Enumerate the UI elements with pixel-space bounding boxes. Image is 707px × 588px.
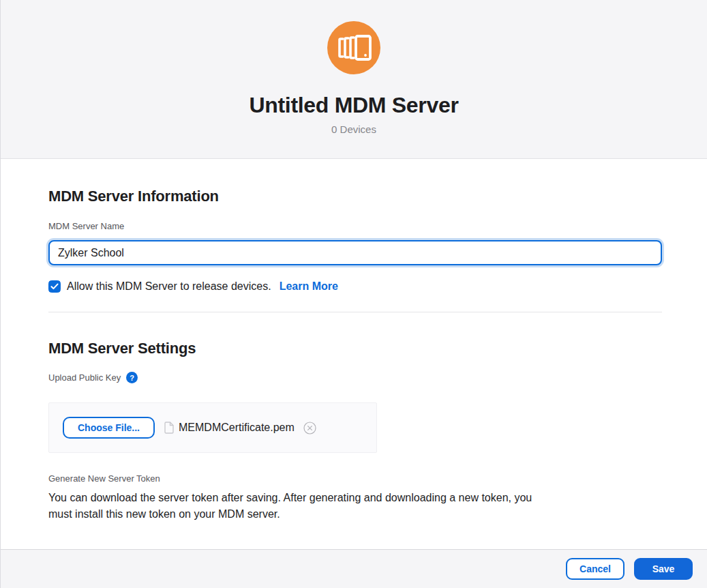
stacked-devices-glyph	[327, 21, 380, 74]
upload-public-key-label: Upload Public Key	[48, 372, 121, 383]
info-section-heading: MDM Server Information	[48, 188, 661, 205]
settings-section-heading: MDM Server Settings	[48, 340, 661, 357]
server-name-label: MDM Server Name	[48, 221, 661, 231]
page-header: Untitled MDM Server 0 Devices	[1, 0, 707, 159]
mdm-server-form-page: Untitled MDM Server 0 Devices MDM Server…	[0, 0, 707, 588]
page-title: Untitled MDM Server	[249, 93, 458, 118]
cancel-button[interactable]: Cancel	[566, 558, 625, 580]
release-devices-row: Allow this MDM Server to release devices…	[48, 280, 661, 293]
choose-file-button[interactable]: Choose File...	[63, 417, 155, 439]
learn-more-link[interactable]: Learn More	[280, 280, 338, 293]
server-name-input[interactable]	[48, 240, 662, 265]
public-key-upload-box: Choose File... MEMDMCertificate.pem	[48, 402, 377, 453]
release-devices-checkbox[interactable]	[48, 280, 61, 293]
save-button[interactable]: Save	[634, 558, 693, 580]
token-description: You can download the server token after …	[48, 490, 546, 523]
release-devices-label: Allow this MDM Server to release devices…	[67, 280, 271, 293]
upload-public-key-row: Upload Public Key ?	[48, 372, 661, 383]
device-count: 0 Devices	[331, 123, 376, 135]
help-question-icon[interactable]: ?	[126, 372, 138, 383]
uploaded-file-chip: MEMDMCertificate.pem	[164, 422, 316, 435]
remove-file-icon[interactable]	[303, 422, 316, 435]
generate-token-label: Generate New Server Token	[48, 473, 661, 484]
section-divider	[48, 312, 662, 312]
document-icon	[164, 422, 174, 434]
action-bar: Cancel Save	[1, 549, 707, 588]
uploaded-file-name: MEMDMCertificate.pem	[179, 422, 295, 434]
form-content: MDM Server Information MDM Server Name A…	[1, 159, 707, 549]
checkmark-icon	[50, 283, 59, 290]
mdm-server-devices-icon	[327, 21, 380, 74]
